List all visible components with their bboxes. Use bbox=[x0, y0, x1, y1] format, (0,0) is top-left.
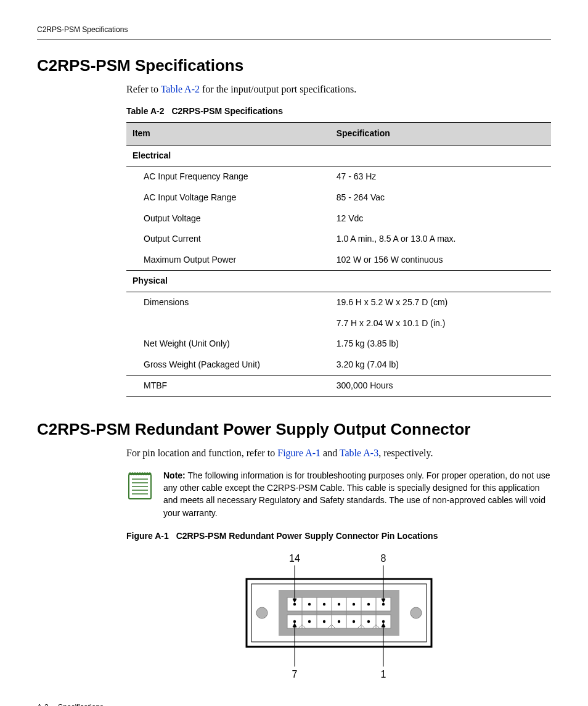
group-physical: Physical bbox=[126, 271, 551, 292]
pin-label-14: 14 bbox=[289, 553, 300, 564]
col-header-spec: Specification bbox=[330, 123, 551, 146]
col-header-item: Item bbox=[126, 123, 330, 146]
pin-label-8: 8 bbox=[380, 553, 386, 564]
specs-table: Item Specification Electrical AC Input F… bbox=[126, 122, 551, 397]
svg-point-24 bbox=[352, 620, 354, 623]
table-caption-number: Table A-2 bbox=[126, 106, 171, 116]
link-table-a2[interactable]: Table A-2 bbox=[161, 84, 200, 94]
cell-item: Output Voltage bbox=[126, 208, 330, 229]
cell-item: AC Input Frequency Range bbox=[126, 166, 330, 187]
svg-point-25 bbox=[367, 620, 369, 623]
note-text: Note: The following information is for t… bbox=[163, 469, 551, 519]
cell-item: Net Weight (Unit Only) bbox=[126, 334, 330, 355]
cell-spec: 1.75 kg (3.85 lb) bbox=[330, 334, 551, 355]
svg-point-8 bbox=[256, 607, 267, 618]
cell-spec: 102 W or 156 W continuous bbox=[330, 250, 551, 271]
svg-point-19 bbox=[382, 603, 384, 605]
page-footer: A-2 Specifications bbox=[37, 702, 551, 706]
cell-spec: 19.6 H x 5.2 W x 25.7 D (cm) bbox=[330, 292, 551, 313]
link-table-a3[interactable]: Table A-3 bbox=[340, 448, 378, 458]
footer-page: A-2 bbox=[37, 703, 49, 706]
svg-point-22 bbox=[322, 620, 325, 623]
svg-point-9 bbox=[410, 607, 422, 618]
pin-label-1: 1 bbox=[380, 669, 386, 679]
note-label: Note: bbox=[163, 470, 186, 480]
cell-item: MTBF bbox=[126, 376, 330, 397]
cell-item: Dimensions bbox=[126, 292, 330, 313]
cell-spec: 1.0 A min., 8.5 A or 13.0 A max. bbox=[330, 229, 551, 250]
group-electrical: Electrical bbox=[126, 145, 551, 166]
text: for the input/output port specifications… bbox=[200, 84, 356, 94]
svg-point-17 bbox=[352, 603, 354, 605]
svg-point-15 bbox=[322, 603, 325, 605]
cell-item: AC Input Voltage Range bbox=[126, 187, 330, 208]
cell-spec: 7.7 H x 2.04 W x 10.1 D (in.) bbox=[330, 313, 551, 334]
table-caption: Table A-2C2RPS-PSM Specifications bbox=[37, 105, 551, 118]
note-body: The following information is for trouble… bbox=[163, 470, 550, 518]
text: and bbox=[321, 448, 340, 458]
svg-point-14 bbox=[308, 603, 310, 605]
pin-label-7: 7 bbox=[292, 669, 297, 679]
cell-spec: 3.20 kg (7.04 lb) bbox=[330, 355, 551, 376]
svg-point-18 bbox=[367, 603, 369, 605]
cell-spec: 300,000 Hours bbox=[330, 376, 551, 397]
connector-figure: 14 8 7 1 bbox=[37, 548, 551, 684]
svg-point-26 bbox=[382, 620, 384, 623]
text: For pin location and function, refer to bbox=[126, 448, 277, 458]
svg-point-16 bbox=[337, 603, 340, 605]
link-figure-a1[interactable]: Figure A-1 bbox=[277, 448, 321, 458]
figure-caption: Figure A-1C2RPS-PSM Redundant Power Supp… bbox=[37, 530, 551, 543]
cell-spec: 85 - 264 Vac bbox=[330, 187, 551, 208]
cell-item: Gross Weight (Packaged Unit) bbox=[126, 355, 330, 376]
svg-rect-10 bbox=[279, 590, 399, 636]
cell-spec: 47 - 63 Hz bbox=[330, 166, 551, 187]
svg-point-23 bbox=[337, 620, 340, 623]
cell-spec: 12 Vdc bbox=[330, 208, 551, 229]
svg-point-20 bbox=[293, 620, 295, 623]
table-caption-text: C2RPS-PSM Specifications bbox=[171, 106, 283, 116]
cell-item: Maximum Output Power bbox=[126, 250, 330, 271]
running-header: C2RPS-PSM Specifications bbox=[37, 25, 551, 35]
svg-point-21 bbox=[308, 620, 310, 623]
cell-item bbox=[126, 313, 330, 334]
text: , respectively. bbox=[378, 448, 433, 458]
cell-item: Output Current bbox=[126, 229, 330, 250]
notepad-icon bbox=[126, 469, 153, 505]
intro-paragraph-2: For pin location and function, refer to … bbox=[37, 446, 551, 460]
header-rule bbox=[37, 39, 551, 39]
section-heading-connector: C2RPS-PSM Redundant Power Supply Output … bbox=[37, 418, 551, 440]
section-heading-specs: C2RPS-PSM Specifications bbox=[37, 54, 551, 76]
figure-caption-number: Figure A-1 bbox=[126, 531, 176, 541]
svg-point-13 bbox=[293, 603, 295, 605]
intro-paragraph-1: Refer to Table A-2 for the input/output … bbox=[37, 83, 551, 96]
note-block: Note: The following information is for t… bbox=[37, 469, 551, 519]
footer-section: Specifications bbox=[58, 703, 104, 706]
text: Refer to bbox=[126, 84, 161, 94]
figure-caption-text: C2RPS-PSM Redundant Power Supply Connect… bbox=[176, 531, 438, 541]
